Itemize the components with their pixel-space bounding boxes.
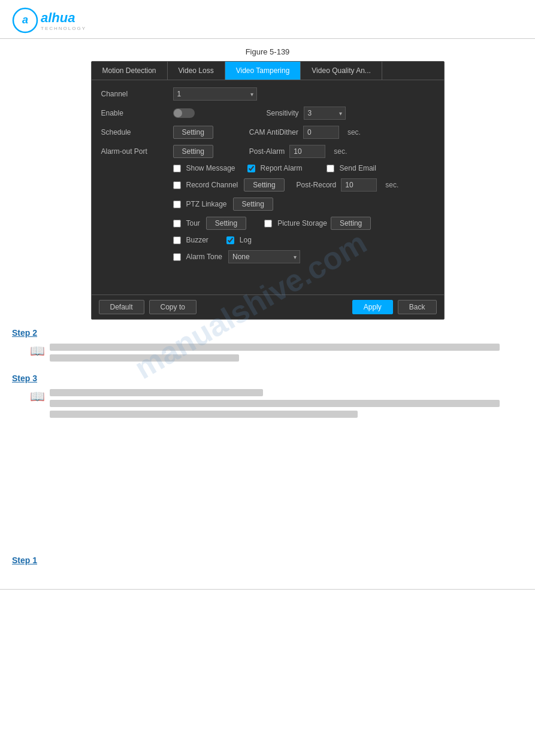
ptz-linkage-row: PTZ Linkage Setting bbox=[101, 198, 434, 211]
show-message-row: Show Message Report Alarm Send Email bbox=[101, 164, 434, 172]
alarm-tone-label: Alarm Tone bbox=[186, 253, 222, 261]
tab-motion-detection[interactable]: Motion Detection bbox=[92, 62, 168, 80]
copy-to-button[interactable]: Copy to bbox=[149, 300, 197, 314]
apply-button[interactable]: Apply bbox=[352, 300, 393, 314]
step2-note: 📖 bbox=[12, 344, 523, 365]
post-record-unit: sec. bbox=[385, 181, 398, 189]
sensitivity-select-wrapper: 3 bbox=[304, 107, 346, 120]
show-message-checkbox-label[interactable]: Show Message bbox=[173, 164, 235, 172]
alarm-out-port-setting-btn[interactable]: Setting bbox=[173, 145, 213, 158]
panel-spacer bbox=[101, 269, 434, 287]
step2-text-line1 bbox=[50, 344, 500, 351]
ptz-linkage-checkbox-label[interactable]: PTZ Linkage bbox=[173, 200, 227, 208]
step3-heading: Step 3 bbox=[12, 374, 523, 383]
alarm-tone-checkbox[interactable] bbox=[173, 253, 181, 261]
ptz-linkage-label: PTZ Linkage bbox=[186, 200, 227, 208]
enable-toggle[interactable] bbox=[173, 108, 195, 118]
step3-note-icon: 📖 bbox=[30, 389, 45, 403]
tab-video-loss[interactable]: Video Loss bbox=[168, 62, 225, 80]
footer-left-buttons: Default Copy to bbox=[99, 300, 197, 314]
channel-select-wrapper: 1 bbox=[173, 87, 257, 101]
log-checkbox[interactable] bbox=[226, 236, 234, 244]
alarm-tone-row: Alarm Tone None bbox=[101, 250, 434, 263]
buzzer-control: Buzzer Log bbox=[173, 236, 434, 244]
post-record-label: Post-Record bbox=[297, 181, 337, 189]
step2-section: Step 2 📖 bbox=[0, 328, 535, 365]
step1-bottom-heading: Step 1 bbox=[12, 555, 523, 565]
post-record-input[interactable] bbox=[341, 178, 377, 192]
panel-body: Channel 1 Enable Sensitivity bbox=[92, 80, 444, 294]
report-alarm-checkbox[interactable] bbox=[247, 165, 255, 172]
alarm-out-port-label: Alarm-out Port bbox=[101, 147, 173, 156]
channel-label: Channel bbox=[101, 90, 173, 98]
alarm-out-port-control: Setting Post-Alarm sec. bbox=[173, 145, 434, 158]
enable-control: Sensitivity 3 bbox=[173, 107, 434, 120]
picture-storage-setting-btn[interactable]: Setting bbox=[331, 217, 371, 230]
report-alarm-checkbox-label[interactable]: Report Alarm bbox=[247, 164, 303, 172]
footer-right-buttons: Apply Back bbox=[352, 300, 437, 314]
ui-panel: Motion Detection Video Loss Video Tamper… bbox=[91, 61, 445, 320]
report-alarm-label: Report Alarm bbox=[261, 164, 303, 172]
logo-text: alhua bbox=[41, 10, 86, 26]
default-button[interactable]: Default bbox=[99, 300, 144, 314]
record-channel-label: Record Channel bbox=[186, 181, 238, 189]
tour-checkbox[interactable] bbox=[173, 220, 181, 227]
buzzer-checkbox-label[interactable]: Buzzer bbox=[173, 236, 208, 244]
send-email-label: Send Email bbox=[340, 164, 376, 172]
svg-text:a: a bbox=[22, 14, 28, 26]
channel-select[interactable]: 1 bbox=[173, 87, 257, 101]
step3-text-line2 bbox=[50, 400, 500, 407]
header: a alhua TECHNOLOGY bbox=[0, 0, 535, 39]
send-email-checkbox[interactable] bbox=[327, 165, 334, 172]
tour-setting-btn[interactable]: Setting bbox=[206, 217, 246, 230]
tour-row: Tour Setting Picture Storage Setting bbox=[101, 217, 434, 230]
back-button[interactable]: Back bbox=[398, 300, 437, 314]
picture-storage-label: Picture Storage bbox=[277, 219, 327, 227]
panel-footer: Default Copy to Apply Back bbox=[92, 294, 444, 319]
figure-caption: Figure 5-139 bbox=[0, 47, 535, 56]
step2-heading: Step 2 bbox=[12, 328, 523, 338]
step3-text-line3 bbox=[50, 411, 358, 418]
schedule-setting-btn[interactable]: Setting bbox=[173, 126, 213, 139]
show-message-control: Show Message Report Alarm Send Email bbox=[173, 164, 434, 172]
record-channel-checkbox[interactable] bbox=[173, 181, 181, 189]
step2-text-line2 bbox=[50, 354, 239, 362]
alarm-tone-checkbox-label[interactable]: Alarm Tone bbox=[173, 253, 222, 261]
show-message-checkbox[interactable] bbox=[173, 165, 181, 172]
ptz-linkage-setting-btn[interactable]: Setting bbox=[233, 198, 273, 211]
sensitivity-label: Sensitivity bbox=[267, 109, 299, 117]
send-email-checkbox-label[interactable]: Send Email bbox=[327, 164, 376, 172]
logo-subtitle: TECHNOLOGY bbox=[41, 26, 86, 31]
step3-section: Step 3 📖 bbox=[0, 374, 535, 421]
picture-storage-checkbox-label[interactable]: Picture Storage bbox=[264, 219, 327, 227]
step3-note: 📖 bbox=[12, 389, 523, 421]
tour-label: Tour bbox=[186, 219, 200, 227]
picture-storage-checkbox[interactable] bbox=[264, 220, 272, 227]
cam-antidither-input[interactable] bbox=[303, 126, 339, 139]
record-channel-checkbox-label[interactable]: Record Channel bbox=[173, 181, 238, 189]
alarm-tone-select[interactable]: None bbox=[228, 250, 300, 263]
channel-control: 1 bbox=[173, 87, 434, 101]
tab-video-tampering[interactable]: Video Tampering bbox=[225, 62, 301, 80]
step3-text-line1 bbox=[50, 389, 263, 396]
record-channel-control: Record Channel Setting Post-Record sec. bbox=[173, 178, 434, 192]
ptz-linkage-checkbox[interactable] bbox=[173, 201, 181, 208]
record-channel-row: Record Channel Setting Post-Record sec. bbox=[101, 178, 434, 192]
record-channel-setting-btn[interactable]: Setting bbox=[244, 178, 284, 192]
tab-bar: Motion Detection Video Loss Video Tamper… bbox=[92, 62, 444, 80]
logo: a alhua TECHNOLOGY bbox=[12, 7, 86, 34]
buzzer-checkbox[interactable] bbox=[173, 236, 181, 244]
toggle-knob bbox=[174, 109, 182, 117]
log-checkbox-label[interactable]: Log bbox=[226, 236, 252, 244]
step2-note-text bbox=[50, 344, 523, 365]
cam-antidither-unit: sec. bbox=[347, 128, 361, 136]
tab-video-quality-an[interactable]: Video Quality An... bbox=[301, 62, 382, 80]
content-spacer bbox=[0, 427, 535, 547]
post-alarm-input[interactable] bbox=[289, 145, 325, 158]
tour-checkbox-label[interactable]: Tour bbox=[173, 219, 200, 227]
sensitivity-select[interactable]: 3 bbox=[304, 107, 346, 120]
schedule-control: Setting CAM AntiDither sec. bbox=[173, 126, 434, 139]
step1-bottom-section: Step 1 bbox=[0, 555, 535, 565]
tour-control: Tour Setting Picture Storage Setting bbox=[173, 217, 434, 230]
buzzer-row: Buzzer Log bbox=[101, 236, 434, 244]
